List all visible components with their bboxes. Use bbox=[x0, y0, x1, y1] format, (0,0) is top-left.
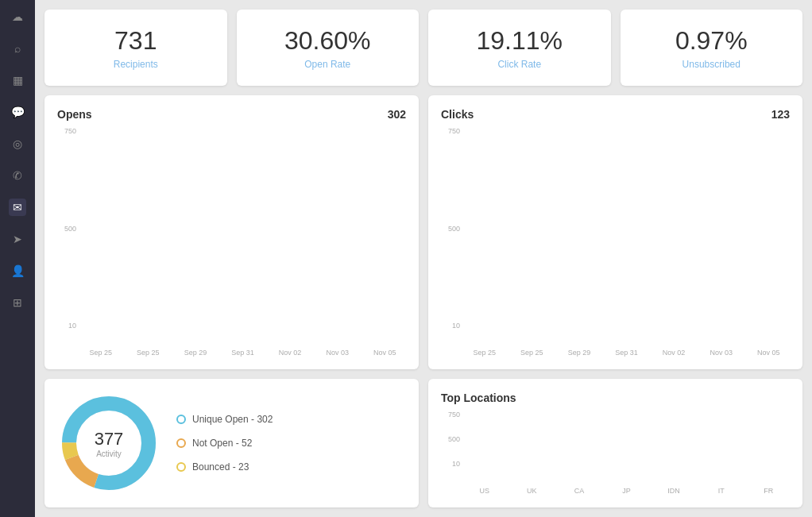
top-locations-card: Top Locations 750 500 10 bbox=[428, 379, 802, 507]
click-rate-label: Click Rate bbox=[444, 59, 595, 70]
top-locations-title: Top Locations bbox=[441, 392, 516, 404]
phone-icon[interactable]: ✆ bbox=[9, 167, 26, 184]
clicks-bars: 750 500 10 bbox=[441, 127, 790, 345]
main-content: 731 Recipients 30.60% Open Rate 19.11% C… bbox=[35, 0, 812, 517]
clicks-chart-card: Clicks 123 750 500 10 bbox=[428, 95, 802, 369]
legend-not-open: Not Open - 52 bbox=[176, 438, 273, 449]
legend-unique-open: Unique Open - 302 bbox=[176, 414, 273, 425]
recipients-value: 731 bbox=[60, 25, 211, 56]
unique-open-label: Unique Open - 302 bbox=[192, 414, 273, 425]
unique-open-dot bbox=[176, 415, 186, 424]
clicks-total: 123 bbox=[771, 108, 790, 121]
not-open-label: Not Open - 52 bbox=[192, 438, 252, 449]
top-locations-x-labels: US UK CA JP IDN IT FR bbox=[441, 487, 790, 495]
donut-center: 377 Activity bbox=[95, 429, 124, 458]
unsubscribed-label: Unsubscribed bbox=[636, 59, 787, 70]
opens-y-axis: 750 500 10 bbox=[57, 127, 79, 330]
donut-wrapper: 377 Activity bbox=[57, 392, 160, 495]
clicks-title: Clicks bbox=[441, 108, 474, 121]
opens-bars: 750 500 10 bbox=[57, 127, 406, 345]
charts-row: Opens 302 750 500 10 bbox=[44, 95, 802, 369]
email-icon[interactable]: ✉ bbox=[9, 199, 26, 216]
opens-chart-header: Opens 302 bbox=[57, 108, 406, 121]
clicks-y-axis: 750 500 10 bbox=[441, 127, 463, 330]
bottom-row: 377 Activity Unique Open - 302 Not Open … bbox=[44, 379, 802, 507]
user-icon[interactable]: 👤 bbox=[9, 262, 26, 280]
cloud-icon[interactable]: ☁ bbox=[9, 8, 26, 25]
calendar-icon[interactable]: ⊞ bbox=[9, 294, 26, 311]
activity-legend: Unique Open - 302 Not Open - 52 Bounced … bbox=[176, 414, 273, 473]
clicks-chart-header: Clicks 123 bbox=[441, 108, 790, 121]
open-rate-value: 30.60% bbox=[253, 25, 404, 56]
top-locations-bar-area: 750 500 10 US UK CA JP bbox=[441, 411, 790, 495]
sidebar: ☁ ⌕ ▦ 💬 ◎ ✆ ✉ ➤ 👤 ⊞ bbox=[0, 0, 35, 517]
opens-bar-area: 750 500 10 Sep 25 Sep 25 Sep 29 bbox=[57, 127, 406, 357]
bar-chart-icon[interactable]: ▦ bbox=[9, 71, 26, 89]
click-rate-value: 19.11% bbox=[444, 25, 595, 56]
stat-click-rate: 19.11% Click Rate bbox=[428, 10, 611, 86]
activity-center-label: Activity bbox=[95, 449, 124, 458]
top-locations-bars: 750 500 10 bbox=[441, 411, 790, 484]
opens-x-labels: Sep 25 Sep 25 Sep 29 Sep 31 Nov 02 Nov 0… bbox=[57, 349, 406, 357]
target-icon[interactable]: ◎ bbox=[9, 135, 26, 152]
top-locations-y-axis: 750 500 10 bbox=[441, 411, 463, 468]
legend-bounced: Bounced - 23 bbox=[176, 461, 273, 473]
activity-center-value: 377 bbox=[95, 429, 124, 449]
send-icon[interactable]: ➤ bbox=[9, 230, 26, 248]
stat-unsubscribed: 0.97% Unsubscribed bbox=[621, 10, 803, 86]
bounced-label: Bounced - 23 bbox=[192, 461, 249, 473]
opens-chart-card: Opens 302 750 500 10 bbox=[44, 95, 419, 369]
clicks-bar-area: 750 500 10 Sep 25 Sep 25 Sep 29 bbox=[441, 127, 790, 357]
chat-icon[interactable]: 💬 bbox=[9, 103, 26, 121]
activity-donut-card: 377 Activity Unique Open - 302 Not Open … bbox=[44, 379, 419, 507]
unsubscribed-value: 0.97% bbox=[636, 25, 787, 56]
not-open-dot bbox=[176, 438, 186, 448]
opens-title: Opens bbox=[57, 108, 92, 121]
stat-recipients: 731 Recipients bbox=[44, 10, 227, 86]
stat-open-rate: 30.60% Open Rate bbox=[237, 10, 420, 86]
recipients-label: Recipients bbox=[60, 59, 211, 70]
top-stats: 731 Recipients 30.60% Open Rate 19.11% C… bbox=[44, 10, 802, 86]
clicks-x-labels: Sep 25 Sep 25 Sep 29 Sep 31 Nov 02 Nov 0… bbox=[441, 349, 790, 357]
bounced-dot bbox=[176, 462, 186, 472]
opens-total: 302 bbox=[388, 108, 406, 121]
search-icon[interactable]: ⌕ bbox=[9, 40, 26, 57]
open-rate-label: Open Rate bbox=[253, 59, 404, 70]
top-locations-header: Top Locations bbox=[441, 392, 790, 404]
